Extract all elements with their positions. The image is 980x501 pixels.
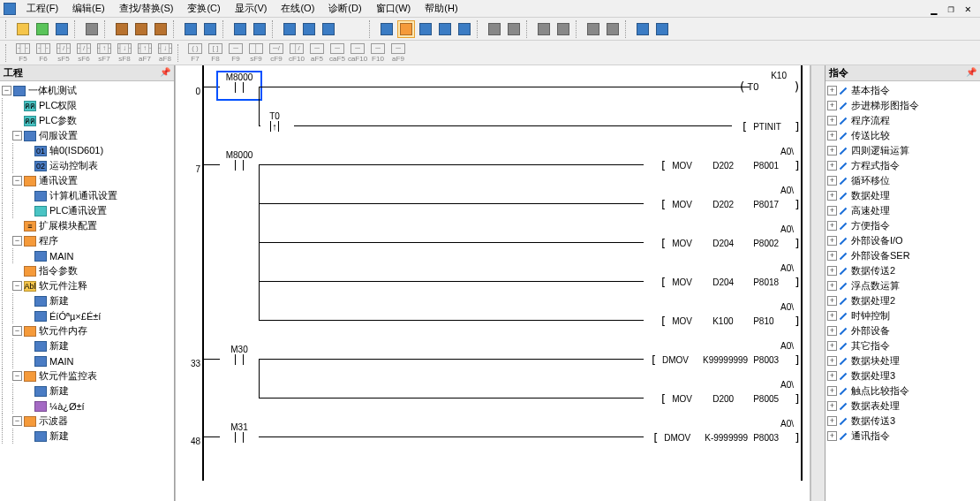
toolbar-monitor1[interactable] [281, 20, 298, 38]
expand-icon[interactable]: + [827, 176, 837, 186]
expand-icon[interactable]: + [827, 116, 837, 125]
tree-item[interactable]: MAIN [2, 353, 172, 368]
instruction-box[interactable]: [MOVD204P8018] [660, 274, 801, 290]
expand-icon[interactable]: + [827, 386, 837, 396]
expand-icon[interactable]: + [827, 311, 837, 321]
close-button[interactable]: ✕ [960, 1, 976, 17]
instruction-category[interactable]: +数据块处理 [827, 353, 978, 368]
tree-item[interactable]: 02运动控制表 [2, 158, 172, 173]
minimize-button[interactable]: ▁ [925, 1, 942, 17]
toolbar-new[interactable] [14, 20, 32, 38]
tree-item[interactable]: ฅฅPLC参数 [2, 113, 172, 128]
pin-icon[interactable]: 📌 [966, 67, 976, 77]
pin-icon[interactable]: 📌 [160, 67, 170, 77]
tree-item[interactable]: −伺服设置 [2, 128, 172, 143]
toolbar-redo[interactable] [201, 20, 219, 38]
tree-item[interactable]: −示波器 [2, 414, 172, 429]
expand-icon[interactable]: + [827, 401, 837, 411]
toolbar-print[interactable] [83, 20, 101, 38]
toolbar2-t1[interactable] [378, 20, 396, 38]
expand-icon[interactable]: + [827, 431, 837, 441]
fnkey-aF9[interactable]: ─aF9 [388, 43, 408, 63]
expand-icon[interactable]: + [827, 251, 837, 261]
toolbar-monitor3[interactable] [320, 20, 337, 38]
expand-icon[interactable]: + [827, 101, 837, 110]
restore-button[interactable]: ❐ [943, 1, 960, 17]
expand-icon[interactable]: + [827, 371, 837, 381]
fnkey-F9[interactable]: ─F9 [226, 43, 245, 63]
ladder-editor[interactable]: 0M8000(T0)K10T0↑[PTINIT]7M8000[MOVD202P8… [175, 65, 810, 501]
expand-icon[interactable]: + [827, 191, 837, 201]
toolbar2-t3[interactable] [417, 20, 434, 38]
fnkey-sF5[interactable]: ┤/├sF5 [54, 43, 73, 63]
expand-icon[interactable]: + [827, 296, 837, 306]
fnkey-aF7[interactable]: ┤↑├aF7 [135, 43, 155, 63]
expand-icon[interactable]: − [12, 236, 22, 246]
toolbar2-t13[interactable] [653, 20, 671, 38]
expand-icon[interactable]: − [12, 176, 22, 186]
toolbar-copy[interactable] [132, 20, 150, 38]
tree-item[interactable]: ÉíÓªµ×£É±í [2, 308, 172, 323]
expand-icon[interactable]: − [12, 131, 22, 140]
instruction-category[interactable]: +时钟控制 [827, 308, 978, 323]
tree-item[interactable]: 新建 [2, 429, 172, 444]
expand-icon[interactable]: − [12, 326, 22, 336]
toolbar2-t7[interactable] [505, 20, 523, 38]
menu-help[interactable]: 帮助(H) [418, 1, 464, 15]
tree-item[interactable]: −软元件内存 [2, 323, 172, 338]
instruction-category[interactable]: +数据传送2 [827, 263, 978, 278]
toolbar-open[interactable] [34, 20, 51, 38]
contact[interactable]: M30 [220, 346, 259, 369]
fnkey-cF9[interactable]: ─/cF9 [267, 43, 286, 63]
instruction-category[interactable]: +高速处理 [827, 203, 978, 218]
tree-item[interactable]: −一体机测试 [2, 83, 172, 98]
toolbar2-t5[interactable] [456, 20, 473, 38]
instruction-category[interactable]: +触点比较指令 [827, 383, 978, 399]
toolbar2-t11[interactable] [604, 20, 622, 38]
contact[interactable]: M8000 [220, 74, 259, 97]
expand-icon[interactable]: + [827, 161, 837, 171]
fnkey-caF5[interactable]: ─caF5 [328, 43, 347, 63]
instruction-category[interactable]: +外部设备SER [827, 248, 978, 263]
expand-icon[interactable]: + [827, 341, 837, 351]
instruction-category[interactable]: +外部设备I/O [827, 233, 978, 248]
menu-window[interactable]: 窗口(W) [369, 1, 418, 15]
instruction-box[interactable]: [MOVD200P8005] [660, 391, 801, 406]
toolbar2-t8[interactable] [535, 20, 553, 38]
menu-file[interactable]: 工程(F) [19, 1, 65, 15]
tree-item[interactable]: 新建 [2, 293, 172, 308]
fnkey-aF5[interactable]: ─aF5 [307, 43, 327, 63]
instruction-box[interactable]: [MOVD202P8017] [660, 196, 801, 212]
tree-item[interactable]: PLC通讯设置 [2, 203, 172, 218]
instruction-tree[interactable]: +基本指令+步进梯形图指令+程序流程+传送比较+四则逻辑运算+方程式指令+循环移… [825, 81, 980, 501]
instruction-category[interactable]: +步进梯形图指令 [827, 98, 978, 113]
toolbar-cut[interactable] [113, 20, 131, 38]
instruction-category[interactable]: +循环移位 [827, 173, 978, 188]
contact[interactable]: T0↑ [255, 113, 294, 136]
menu-view[interactable]: 显示(V) [228, 1, 275, 15]
expand-icon[interactable]: + [827, 236, 837, 246]
instruction-category[interactable]: +方便指令 [827, 218, 978, 233]
fnkey-F5[interactable]: ┤├F5 [13, 43, 33, 63]
expand-icon[interactable]: + [827, 356, 837, 366]
toolbar-paste[interactable] [152, 20, 170, 38]
tree-item[interactable]: −程序 [2, 233, 172, 248]
instruction-category[interactable]: +数据处理 [827, 188, 978, 203]
toolbar-upload[interactable] [231, 20, 249, 38]
toolbar-undo[interactable] [182, 20, 200, 38]
menu-diag[interactable]: 诊断(D) [321, 1, 368, 15]
tree-item[interactable]: −Abl软元件注释 [2, 278, 172, 293]
fnkey-sF9[interactable]: │sF9 [246, 43, 266, 63]
expand-icon[interactable]: + [827, 131, 837, 140]
instruction-box[interactable]: [MOVK100P810] [660, 313, 801, 329]
ladder-scrollbar[interactable] [810, 65, 825, 501]
toolbar-save[interactable] [53, 20, 71, 38]
instruction-category[interactable]: +方程式指令 [827, 158, 978, 173]
instruction-category[interactable]: +基本指令 [827, 83, 978, 98]
expand-icon[interactable]: + [827, 281, 837, 291]
toolbar2-t4[interactable] [436, 20, 454, 38]
coil[interactable]: (T0) [738, 80, 801, 94]
instruction-box[interactable]: [DMOVK99999999P8003] [650, 352, 801, 368]
toolbar-monitor2[interactable] [300, 20, 318, 38]
menu-edit[interactable]: 编辑(E) [65, 1, 112, 15]
